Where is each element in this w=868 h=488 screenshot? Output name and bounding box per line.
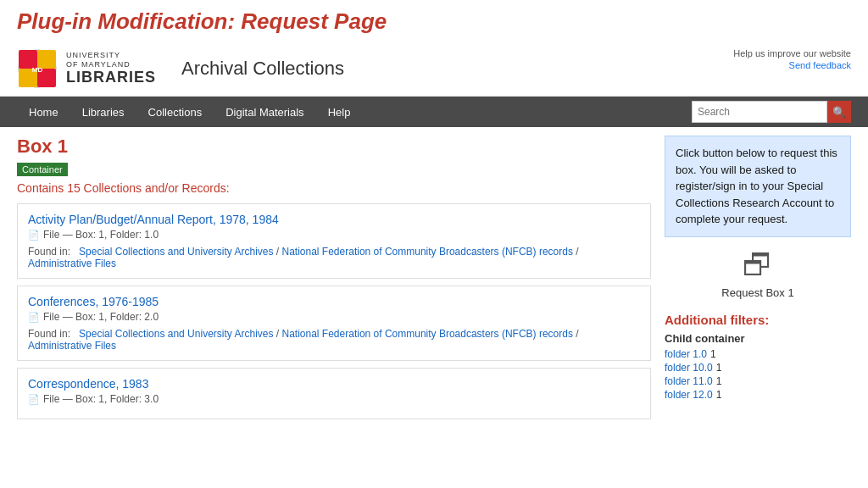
record-meta-text-3: File — Box: 1, Folder: 3.0	[43, 393, 159, 405]
header-right: Help us improve our website Send feedbac…	[733, 48, 851, 71]
page-heading: Box 1	[17, 136, 651, 158]
found-link-1-2[interactable]: National Federation of Community Broadca…	[282, 246, 573, 258]
filter-item-1: folder 1.0 1	[665, 348, 851, 360]
record-card: Activity Plan/Budget/Annual Report, 1978…	[17, 203, 651, 279]
filter-item-3: folder 11.0 1	[665, 375, 851, 387]
nav-item-home[interactable]: Home	[17, 97, 70, 127]
separator-1-1: /	[276, 246, 282, 258]
file-icon-3: 📄	[28, 394, 40, 405]
child-container-label: Child container	[665, 332, 851, 345]
contains-text: Contains 15 Collections and/or Records:	[17, 181, 651, 195]
filter-item-2: folder 10.0 1	[665, 362, 851, 374]
site-header: MD UNIVERSITYOF MARYLAND LIBRARIES Archi…	[0, 42, 868, 97]
search-button[interactable]: 🔍	[827, 101, 851, 123]
file-icon-2: 📄	[28, 312, 40, 323]
nav-bar: Home Libraries Collections Digital Mater…	[0, 97, 868, 127]
page-banner: Plug-in Modification: Request Page	[0, 0, 868, 42]
site-title: Archival Collections	[181, 58, 344, 80]
university-logo: MD	[17, 48, 58, 89]
page-banner-title: Plug-in Modification: Request Page	[17, 8, 851, 35]
nav-item-digital-materials[interactable]: Digital Materials	[214, 97, 315, 127]
record-meta-3: 📄 File — Box: 1, Folder: 3.0	[28, 393, 640, 405]
filter-count-3: 1	[716, 375, 722, 387]
libraries-label: LIBRARIES	[66, 69, 156, 86]
filter-count-4: 1	[716, 389, 722, 401]
filter-link-1[interactable]: folder 1.0	[665, 348, 707, 360]
request-info-text: Click button below to request this box. …	[676, 147, 837, 225]
record-meta-text-1: File — Box: 1, Folder: 1.0	[43, 229, 159, 241]
university-text: UNIVERSITYOF MARYLAND LIBRARIES	[66, 51, 156, 87]
content-left: Box 1 Container Contains 15 Collections …	[17, 136, 651, 426]
found-in-2: Found in: Special Collections and Univer…	[28, 328, 640, 352]
separator-1-2: /	[576, 246, 578, 258]
search-area: 🔍	[692, 101, 851, 123]
separator-2-2: /	[576, 328, 578, 340]
nav-item-libraries[interactable]: Libraries	[70, 97, 136, 127]
filter-count-1: 1	[710, 348, 716, 360]
record-meta-text-2: File — Box: 1, Folder: 2.0	[43, 311, 159, 323]
file-icon-1: 📄	[28, 230, 40, 241]
university-line1: UNIVERSITYOF MARYLAND	[66, 51, 156, 69]
filter-link-3[interactable]: folder 11.0	[665, 375, 713, 387]
help-text: Help us improve our website	[733, 48, 851, 58]
additional-filters: Additional filters: Child container fold…	[665, 313, 851, 401]
record-title-1[interactable]: Activity Plan/Budget/Annual Report, 1978…	[28, 213, 279, 226]
found-link-1-3[interactable]: Administrative Files	[28, 258, 116, 269]
record-card-3: Correspondence, 1983 📄 File — Box: 1, Fo…	[17, 368, 651, 419]
logo-area: MD UNIVERSITYOF MARYLAND LIBRARIES Archi…	[17, 48, 344, 89]
separator-2-1: /	[276, 328, 282, 340]
record-card-2: Conferences, 1976-1985 📄 File — Box: 1, …	[17, 286, 651, 361]
nav-item-help[interactable]: Help	[316, 97, 363, 127]
filter-item-4: folder 12.0 1	[665, 389, 851, 401]
record-meta-2: 📄 File — Box: 1, Folder: 2.0	[28, 311, 640, 323]
request-btn-area: 🗗 Request Box 1	[665, 247, 851, 299]
record-meta-1: 📄 File — Box: 1, Folder: 1.0	[28, 229, 640, 241]
search-input[interactable]	[692, 101, 827, 123]
main-content: Box 1 Container Contains 15 Collections …	[0, 127, 868, 435]
request-icon: 🗗	[665, 247, 851, 283]
found-link-2-1[interactable]: Special Collections and University Archi…	[79, 328, 273, 340]
found-link-1-1[interactable]: Special Collections and University Archi…	[79, 246, 273, 258]
record-title-3[interactable]: Correspondence, 1983	[28, 377, 148, 391]
nav-item-collections[interactable]: Collections	[136, 97, 214, 127]
nav-items: Home Libraries Collections Digital Mater…	[17, 97, 692, 127]
filter-link-4[interactable]: folder 12.0	[665, 389, 713, 401]
filters-heading: Additional filters:	[665, 313, 851, 327]
found-in-1: Found in: Special Collections and Univer…	[28, 246, 640, 269]
sidebar: Click button below to request this box. …	[665, 136, 851, 426]
found-in-label-1: Found in:	[28, 246, 76, 258]
filter-link-2[interactable]: folder 10.0	[665, 362, 713, 374]
svg-text:MD: MD	[32, 66, 43, 74]
found-link-2-2[interactable]: National Federation of Community Broadca…	[282, 328, 573, 340]
found-in-label-2: Found in:	[28, 328, 76, 340]
record-title-2[interactable]: Conferences, 1976-1985	[28, 295, 159, 308]
filter-count-2: 1	[716, 362, 722, 374]
request-btn-label: Request Box 1	[665, 286, 851, 299]
container-badge: Container	[17, 163, 68, 176]
found-link-2-3[interactable]: Administrative Files	[28, 340, 116, 352]
feedback-link[interactable]: Send feedback	[789, 60, 851, 70]
request-info-box: Click button below to request this box. …	[665, 136, 851, 237]
